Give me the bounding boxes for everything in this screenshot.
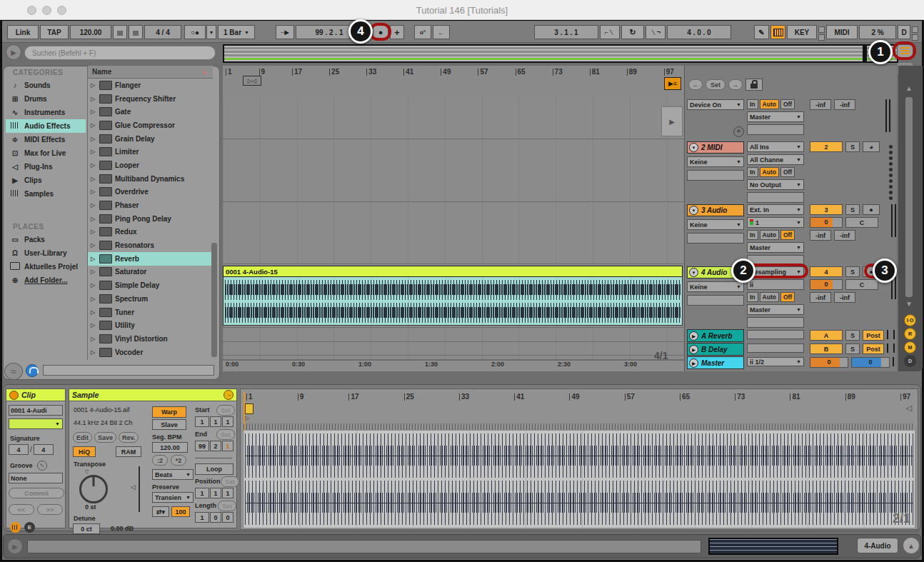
expand-icon[interactable]: ▷ [91, 122, 96, 129]
monitor-in-button[interactable]: In [747, 167, 758, 177]
track1-device-chooser[interactable]: Device On▼ [687, 99, 744, 110]
nudge-down-button[interactable]: |||| [113, 25, 127, 39]
loop-end-arrow-icon[interactable]: ◁ [906, 403, 912, 413]
follow-button[interactable]: ··▶ [276, 25, 294, 39]
add-automation-lane-button[interactable]: + [733, 126, 744, 137]
play-icon[interactable]: ▶ [689, 331, 698, 341]
expand-icon[interactable]: ▷ [91, 349, 96, 356]
master-volume[interactable]: 0 [810, 357, 848, 368]
monitor-in-button[interactable]: In [747, 99, 758, 109]
position-set-button[interactable]: Set [221, 476, 239, 487]
monitor-in-button[interactable]: In [747, 230, 758, 240]
nudge-left-button[interactable]: ← [688, 79, 703, 90]
expand-icon[interactable]: ▷ [91, 229, 96, 235]
scroll-down-icon[interactable]: ▼ [905, 300, 913, 308]
io-section-toggle[interactable]: I·O [904, 314, 916, 326]
nudge-right-button[interactable]: → [728, 79, 743, 90]
track1-volume-right[interactable]: -inf [834, 99, 855, 110]
warp-mode-chooser[interactable]: Beats▼ [152, 469, 194, 480]
track4-device-chooser[interactable]: Keine▼ [687, 281, 744, 292]
list-item[interactable]: ▷Gate [88, 105, 213, 119]
sidebar-item-plug-ins[interactable]: ◁Plug-Ins [6, 160, 86, 174]
browser-preview-button[interactable]: ▶ [6, 44, 21, 60]
sample-tab-icon[interactable] [10, 522, 21, 533]
computer-midi-keyboard-button[interactable] [770, 25, 785, 39]
track1-volume-left[interactable]: -inf [810, 99, 831, 110]
track2-title-bar[interactable]: ▼2 MIDI [687, 141, 744, 154]
clip-activator-icon[interactable] [9, 391, 19, 400]
returnA-title-bar[interactable]: ▶A Reverb [687, 329, 744, 342]
transient-loop-mode-chooser[interactable]: ⇄▾ [152, 506, 169, 517]
track3-title-bar[interactable]: ▼3 Audio [687, 204, 744, 216]
scroll-up-icon[interactable]: ▲ [905, 84, 913, 92]
returnB-lane[interactable] [223, 342, 684, 356]
expand-icon[interactable]: ▷ [91, 256, 96, 262]
commit-button[interactable]: Commit [9, 488, 64, 498]
track2-output-channel[interactable] [747, 192, 804, 203]
track3-input-chooser[interactable]: Ext. In▼ [747, 204, 804, 215]
punch-in-button[interactable]: ⌐﹨ [600, 25, 620, 39]
expand-icon[interactable]: ▷ [91, 296, 96, 302]
sample-waveform[interactable]: 2/1 [243, 431, 915, 528]
browser-scrollbar[interactable] [211, 243, 217, 357]
sidebar-item-packs[interactable]: ▭Packs [6, 233, 86, 246]
start-marker-flag[interactable] [245, 403, 253, 414]
list-item[interactable]: ▷Vinyl Distortion [88, 332, 213, 346]
headphone-preview-icon[interactable] [26, 364, 39, 377]
list-item[interactable]: ▷Utility [88, 318, 213, 332]
arrangement-clip-title[interactable]: 0001 4-Audio-15 [223, 266, 683, 277]
mixer-scrollbar[interactable] [905, 97, 913, 297]
mixer-section-toggle[interactable]: M [904, 341, 916, 353]
track3-input-channel-chooser[interactable]: 1▼ [747, 217, 804, 228]
list-item[interactable]: ▷Redux [88, 226, 213, 239]
warp-marker-strip[interactable] [243, 423, 915, 430]
time-signature-display[interactable]: 4 / 4 [144, 25, 181, 39]
expand-icon[interactable]: ▷ [91, 282, 96, 288]
track2-output-chooser[interactable]: No Output▼ [747, 179, 804, 190]
fold-track-icon[interactable]: ▼ [689, 206, 698, 215]
tap-button[interactable]: TAP [40, 25, 69, 39]
save-button[interactable]: Save [94, 432, 116, 443]
edit-button[interactable]: Edit [73, 432, 92, 443]
double-tempo-button[interactable]: *2 [171, 455, 186, 466]
sidebar-item-sounds[interactable]: ♪Sounds [6, 79, 86, 92]
ram-button[interactable]: RAM [116, 446, 141, 457]
groove-icon[interactable]: ∿ [37, 461, 47, 471]
expand-icon[interactable]: ▷ [91, 216, 96, 222]
expand-icon[interactable]: ▷ [91, 176, 96, 182]
gain-slider[interactable] [139, 466, 140, 512]
current-track-button[interactable]: 4-Audio [857, 538, 898, 553]
monitor-auto-button[interactable]: Auto [760, 167, 779, 177]
track2-input-chooser[interactable]: All Ins▼ [747, 141, 804, 152]
metronome-button[interactable]: ○● [184, 25, 206, 39]
next-clip-button[interactable]: >> [37, 504, 63, 515]
track3-lane[interactable] [223, 203, 684, 264]
expand-icon[interactable]: ▷ [91, 269, 96, 275]
track2-solo-button[interactable]: S [845, 141, 860, 152]
expand-icon[interactable]: ▷ [91, 202, 96, 209]
halve-tempo-button[interactable]: :2 [152, 455, 168, 466]
back-to-arrangement-button[interactable]: ▶≡ [664, 77, 681, 90]
track3-volume-left[interactable]: -inf [810, 230, 831, 241]
transient-resolution-field[interactable]: 100 [171, 506, 190, 517]
list-item[interactable]: ▷Overdrive [88, 186, 213, 199]
automation-arm-button[interactable]: o° [414, 25, 431, 39]
expand-icon[interactable]: ▷ [91, 162, 96, 169]
sidebar-item-samples[interactable]: Samples [6, 187, 86, 201]
returnA-chooser[interactable] [747, 330, 804, 339]
nudge-up-button[interactable]: |||| [129, 25, 143, 39]
list-item[interactable]: ▷Frequency Shifter [88, 92, 213, 106]
play-icon[interactable]: ▶ [689, 345, 698, 354]
track2-arm-button[interactable]: ◕ [863, 141, 880, 152]
metronome-menu-chevron-icon[interactable]: ▼ [206, 25, 216, 39]
list-item[interactable]: ▷Resonators [88, 239, 213, 252]
returnB-title-bar[interactable]: ▶B Delay [687, 343, 744, 356]
track3-crossfade-c[interactable]: C [845, 217, 878, 228]
track1-output-chooser[interactable]: Master▼ [747, 111, 804, 122]
expand-icon[interactable]: ▷ [91, 309, 96, 316]
list-item[interactable]: ▷Multiband Dynamics [88, 172, 213, 186]
monitor-off-button[interactable]: Off [780, 99, 795, 109]
set-button[interactable]: Set [705, 79, 725, 90]
monitor-off-button[interactable]: Off [780, 167, 795, 177]
track3-automation-chooser[interactable] [687, 233, 744, 244]
